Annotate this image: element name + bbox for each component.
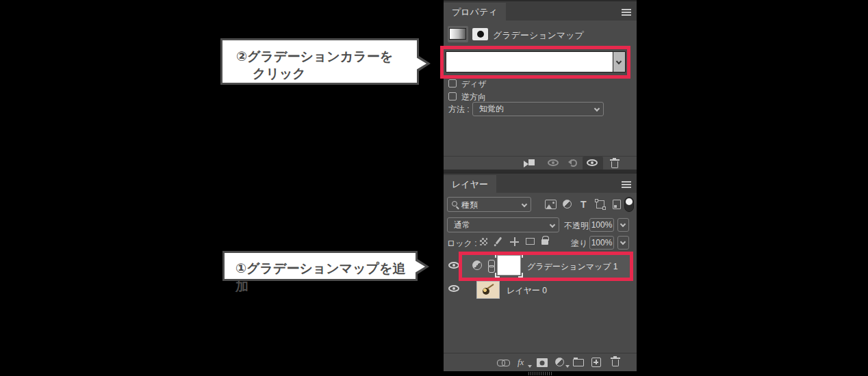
layer-style-fx-icon[interactable]: fx <box>518 357 524 368</box>
layer1-visibility-eye-icon[interactable] <box>448 262 459 269</box>
chevron-down-icon <box>522 202 527 207</box>
chevron-down-icon <box>620 239 626 245</box>
trash-lid <box>610 159 620 161</box>
mask-selection-bracket <box>495 253 500 258</box>
tab-layers[interactable]: レイヤー <box>444 175 496 194</box>
eye-icon <box>587 159 598 166</box>
gradient-color-bar[interactable] <box>446 51 613 72</box>
layer2-thumbnail[interactable] <box>476 281 500 299</box>
gradient-thumbnail-icon <box>449 28 466 40</box>
properties-tabbar: プロパティ <box>444 0 637 21</box>
adjustment-dropdown-arrow-icon <box>565 365 570 368</box>
mask-icon[interactable] <box>472 28 488 40</box>
blend-mode-value: 通常 <box>454 220 470 230</box>
trash-body <box>612 360 619 366</box>
filter-pixel-layers-icon[interactable] <box>545 200 557 209</box>
chevron-down-icon <box>550 222 555 228</box>
callout-step1: ①グラデーションマップを追加 <box>222 251 418 281</box>
fill-value[interactable]: 100% <box>589 236 614 250</box>
chevron-down-icon <box>594 106 600 111</box>
callout-step1-text: ①グラデーションマップを追加 <box>235 260 416 295</box>
dither-checkbox[interactable] <box>448 79 457 88</box>
callout-step2-line1: ②グラデーションカラーを <box>236 48 393 66</box>
lock-transparency-icon[interactable] <box>480 238 487 245</box>
layers-tabbar: レイヤー <box>444 172 637 193</box>
dither-label: ディザ <box>461 79 487 90</box>
layer1-name: グラデーションマップ 1 <box>527 261 618 273</box>
filter-shape-layers-icon[interactable] <box>596 200 604 209</box>
method-label: 方法 : <box>448 104 470 116</box>
lock-all-icon[interactable] <box>541 239 548 245</box>
method-dropdown[interactable]: 知覚的 <box>472 102 604 116</box>
tab-properties[interactable]: プロパティ <box>444 3 506 22</box>
new-layer-icon[interactable] <box>591 358 601 367</box>
screenshot-canvas: プロパティ グラデーションマップ ディザ 逆方向 方法 : 知覚的 <box>0 0 868 376</box>
lock-label: ロック : <box>447 238 477 250</box>
adjustment-thumbnail-button[interactable] <box>448 26 468 42</box>
panel-resize-grip[interactable] <box>528 372 552 375</box>
mask-link-icon <box>488 260 494 271</box>
method-value: 知覚的 <box>479 104 504 113</box>
adjustment-title: グラデーションマップ <box>493 29 584 42</box>
previous-state-eye-icon[interactable] <box>548 159 559 166</box>
delete-adjustment-icon[interactable] <box>610 158 620 168</box>
lock-artboard-icon[interactable] <box>526 238 535 245</box>
adjustment-layer-icon[interactable] <box>472 260 482 270</box>
properties-panel-menu-icon[interactable] <box>622 9 631 16</box>
visibility-toggle-pressed[interactable] <box>583 157 603 170</box>
opacity-value[interactable]: 100% <box>589 218 614 232</box>
layers-footer: fx <box>444 353 637 371</box>
filter-adjustment-layers-icon[interactable] <box>563 200 572 209</box>
fill-dropdown-button[interactable] <box>617 236 629 250</box>
clip-to-layer-icon[interactable] <box>524 159 535 167</box>
layer-filter-kind-dropdown[interactable]: 種類 <box>447 197 531 212</box>
blend-mode-dropdown[interactable]: 通常 <box>447 217 559 232</box>
callout-step2-line2: クリック <box>253 65 306 83</box>
chevron-down-icon <box>620 221 626 227</box>
trash-lid <box>611 358 620 359</box>
callout-tail <box>415 260 425 273</box>
properties-footer <box>444 156 637 170</box>
fx-dropdown-arrow-icon <box>528 365 532 368</box>
layer2-name: レイヤー 0 <box>507 285 547 297</box>
layer-filter-toggle[interactable] <box>624 197 634 212</box>
lock-position-icon[interactable] <box>510 237 519 246</box>
photoshop-panel-column: プロパティ グラデーションマップ ディザ 逆方向 方法 : 知覚的 <box>444 0 637 371</box>
opacity-dropdown-button[interactable] <box>617 218 629 232</box>
search-icon <box>452 201 457 206</box>
gradient-picker-dropdown[interactable] <box>613 51 626 72</box>
layer2-visibility-eye-icon[interactable] <box>448 285 459 292</box>
layers-panel-menu-icon[interactable] <box>622 181 631 188</box>
new-group-icon[interactable] <box>573 359 584 366</box>
filter-kind-label: 種類 <box>461 200 478 211</box>
new-adjustment-layer-icon[interactable] <box>555 358 564 366</box>
mask-selection-bracket <box>495 273 500 278</box>
chevron-down-icon <box>616 59 622 64</box>
layer-mask-thumbnail[interactable] <box>497 255 521 276</box>
filter-smart-objects-icon[interactable] <box>613 200 621 209</box>
reset-adjustment-icon[interactable] <box>570 159 577 167</box>
callout-step2: ②グラデーションカラーを クリック <box>220 38 419 85</box>
trash-body <box>611 161 618 168</box>
add-layer-mask-icon[interactable] <box>537 358 548 367</box>
reverse-checkbox[interactable] <box>448 92 457 100</box>
delete-layer-icon[interactable] <box>611 356 620 366</box>
lock-pixels-icon[interactable] <box>496 237 502 244</box>
link-layers-icon[interactable] <box>497 360 509 365</box>
mask-selection-bracket <box>518 273 523 278</box>
mask-selection-bracket <box>518 253 523 258</box>
filter-type-layers-icon[interactable]: T <box>580 200 587 209</box>
callout-tail <box>416 57 426 70</box>
